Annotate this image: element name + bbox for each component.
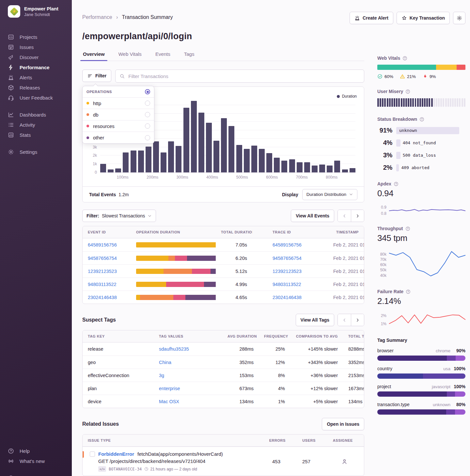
x-axis-tick: 200ms	[147, 175, 158, 180]
sidebar-item-performance[interactable]: Performance	[8, 62, 72, 72]
view-all-events-button[interactable]: View All Events	[291, 210, 334, 222]
events-filter-select[interactable]: Filter: Slowest Transactions	[82, 210, 156, 222]
op-segment-orange	[164, 269, 192, 274]
tag-summary-row: projectjavascript100%	[377, 384, 465, 397]
apdex-value: 0.94	[377, 188, 465, 198]
misery-tick	[389, 98, 391, 107]
web-vitals-pct: 60%	[384, 74, 393, 79]
event-id-link[interactable]: 64589156756	[88, 242, 117, 247]
issue-error-type-link[interactable]: ForbiddenError	[98, 451, 134, 457]
x-axis-tick: 800ms	[326, 175, 337, 180]
help-question-icon[interactable]	[419, 117, 424, 122]
sidebar-item-what-s-new[interactable]: What's new	[8, 456, 72, 466]
operation-option-other[interactable]: other	[83, 132, 154, 143]
help-question-icon[interactable]	[406, 289, 411, 294]
trace-id-link[interactable]: 94587656754	[273, 256, 302, 261]
tag-value-cell: Mac OSX	[154, 399, 222, 404]
org-switcher[interactable]: ⚡ Empower Plant Jane Schmidt	[8, 5, 72, 18]
tag-summary-percent: 100%	[450, 384, 465, 389]
tags-next-button[interactable]	[351, 314, 364, 326]
sidebar-item-settings[interactable]: Settings	[8, 147, 72, 157]
settings-icon	[8, 149, 14, 155]
table-row: geoChina352ms12%+343% slower3352ms	[83, 356, 364, 369]
tag-summary-key: project	[377, 384, 432, 389]
tab-overview[interactable]: Overview	[82, 48, 105, 61]
operation-radio[interactable]	[145, 123, 150, 129]
tag-bar-segment-1	[423, 373, 465, 379]
tag-value-link[interactable]: enterprise	[159, 386, 180, 391]
tag-value-link[interactable]: China	[159, 360, 171, 365]
status-breakdown-title: Status Breakdown	[377, 117, 417, 122]
tag-summary-title: Tag Summary	[377, 338, 407, 343]
operation-radio[interactable]	[145, 112, 150, 117]
tag-value-link[interactable]: sdaufhu35235	[159, 346, 189, 352]
assignee-person-icon[interactable]	[341, 458, 348, 465]
web-vitals-bar	[377, 65, 465, 70]
event-id-link[interactable]: 94803113522	[88, 282, 117, 287]
sidebar-item-stats[interactable]: Stats	[8, 130, 72, 140]
tag-summary-percent: 80%	[450, 402, 465, 407]
display-select[interactable]: Duration Distribution	[302, 189, 357, 200]
trace-id-link[interactable]: 23024146438	[273, 295, 302, 300]
tag-value-link[interactable]: Mac OSX	[159, 399, 179, 404]
search-input[interactable]	[128, 73, 360, 79]
sidebar-item-collapse[interactable]: Collapse	[8, 473, 72, 476]
breadcrumb-current: Transaction Summary	[122, 14, 173, 20]
settings-gear-button[interactable]	[453, 12, 465, 24]
axis-tick-label: 0.9	[381, 205, 386, 210]
sidebar-item-dashboards[interactable]: Dashboards	[8, 110, 72, 120]
web-vitals-segment-2	[457, 65, 465, 70]
sidebar-item-help[interactable]: Help	[8, 446, 72, 456]
sidebar-item-activity[interactable]: Activity	[8, 120, 72, 130]
events-next-button[interactable]	[351, 210, 364, 222]
topbar: Performance › Transaction Summary Create…	[82, 12, 465, 24]
operation-option-db[interactable]: db	[83, 109, 154, 120]
event-id-link[interactable]: 12392123523	[88, 269, 117, 274]
tags-prev-button[interactable]	[338, 314, 351, 326]
tab-events[interactable]: Events	[155, 48, 171, 61]
misery-tick	[424, 98, 426, 107]
events-prev-button[interactable]	[338, 210, 351, 222]
help-question-icon[interactable]	[405, 226, 410, 231]
key-transaction-button[interactable]: Key Transaction	[397, 12, 450, 24]
breadcrumb: Performance › Transaction Summary	[82, 12, 173, 20]
event-id-link[interactable]: 23024146438	[88, 295, 117, 300]
help-question-icon[interactable]	[394, 182, 399, 186]
trace-id-link[interactable]: 94803113522	[273, 282, 301, 287]
trace-id-link[interactable]: 12392123523	[273, 269, 302, 274]
tag-summary-percent: 100%	[450, 366, 465, 371]
tag-value-link[interactable]: 3g	[159, 373, 164, 378]
column-header: TAG VALUES	[154, 334, 222, 338]
operations-all-radio[interactable]	[145, 89, 150, 94]
filter-button[interactable]: Filter	[82, 70, 111, 82]
tag-bar-segment-1	[447, 356, 456, 361]
sidebar-item-releases[interactable]: Releases	[8, 83, 72, 93]
tab-web-vitals[interactable]: Web Vitals	[118, 48, 142, 61]
time-lost-cell: 2153ms	[343, 373, 364, 378]
tag-summary-value: javascript	[432, 384, 450, 389]
operations-dropdown-header[interactable]: OPERATIONS	[83, 86, 154, 98]
issue-checkbox[interactable]	[90, 452, 95, 457]
sidebar-item-discover[interactable]: Discover	[8, 52, 72, 62]
help-question-icon[interactable]	[402, 56, 407, 61]
status-label: 404 not_found	[403, 140, 436, 145]
create-alert-button[interactable]: Create Alert	[350, 12, 393, 24]
trace-id-link[interactable]: 64589156756	[273, 242, 302, 247]
suspect-tags-table: TAG KEYTAG VALUESAVG DURATIONFREQUENCYCO…	[82, 330, 364, 408]
sidebar-item-projects[interactable]: Projects	[8, 32, 72, 42]
misery-tick	[382, 98, 384, 107]
operation-radio[interactable]	[145, 135, 150, 140]
sidebar-item-issues[interactable]: Issues	[8, 42, 72, 52]
sidebar-item-alerts[interactable]: Alerts	[8, 72, 72, 83]
operation-option-resources[interactable]: resources	[83, 120, 154, 132]
operation-radio[interactable]	[145, 101, 150, 106]
open-in-issues-button[interactable]: Open in Issues	[322, 418, 364, 430]
misery-tick	[419, 98, 421, 107]
operation-option-http[interactable]: http	[83, 98, 154, 109]
tab-tags[interactable]: Tags	[183, 48, 195, 61]
event-id-link[interactable]: 94587656754	[88, 256, 117, 261]
view-all-tags-button[interactable]: View All Tags	[296, 314, 334, 326]
sidebar-item-user-feedback[interactable]: User Feedback	[8, 93, 72, 103]
breadcrumb-performance[interactable]: Performance	[82, 14, 112, 20]
help-question-icon[interactable]	[405, 89, 410, 94]
